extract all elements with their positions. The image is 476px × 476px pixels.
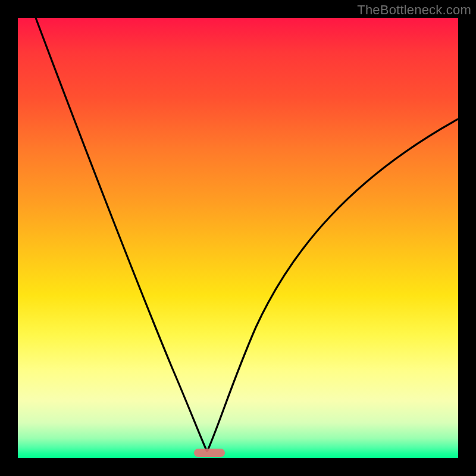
curve-left-branch	[36, 18, 207, 452]
watermark-text: TheBottleneck.com	[357, 2, 471, 18]
plot-area	[18, 18, 458, 458]
curve-layer	[18, 18, 458, 458]
curve-right-branch	[207, 119, 458, 452]
optimum-marker	[194, 449, 225, 457]
chart-frame: TheBottleneck.com	[0, 0, 476, 476]
